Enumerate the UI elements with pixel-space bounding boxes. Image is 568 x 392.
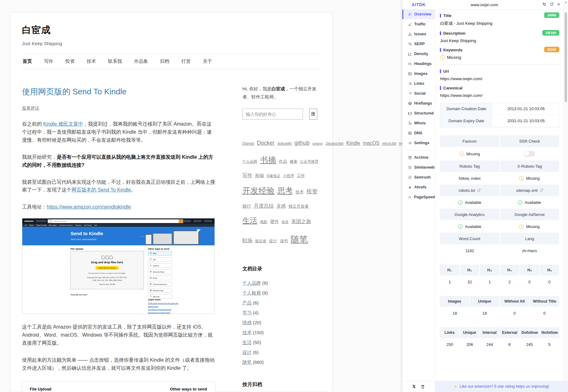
scroll-up-arrow[interactable]: ▲ (564, 1, 568, 4)
scrollbar-thumb[interactable] (565, 12, 567, 102)
extension-nav-item[interactable]: DNS (402, 128, 435, 138)
tag-link[interactable]: 印象笔记 (267, 174, 280, 178)
extension-nav-item[interactable]: Similarweb (402, 162, 435, 172)
blog-nav-item[interactable]: 联系我 (108, 58, 122, 64)
extension-nav-item[interactable]: Overview (402, 9, 435, 19)
blog-nav-item[interactable]: 打赏 (181, 58, 191, 64)
section-bar (440, 69, 441, 73)
toc-link[interactable]: 随笔 (242, 360, 252, 365)
tag-link[interactable]: 投资 (306, 188, 318, 195)
tag-link[interactable]: 电影 (260, 220, 267, 224)
toc-link[interactable]: 生活 (242, 340, 252, 345)
tool-url-link[interactable]: https://www.amazon.com/sendtokindle (47, 204, 131, 209)
extension-nav-item[interactable]: Issues (402, 29, 435, 39)
comment-link[interactable]: 发表评论 (22, 106, 39, 111)
tag-link[interactable]: golang (312, 142, 323, 145)
tag-link[interactable]: github (294, 140, 310, 146)
extension-nav-item[interactable]: SERP (402, 39, 435, 49)
tag-link[interactable]: 美国之旅 (291, 219, 311, 224)
extension-nav-item[interactable]: Archive (402, 153, 435, 162)
tag-link[interactable]: 读书 (280, 239, 288, 243)
search-input[interactable] (242, 109, 303, 120)
tag-link[interactable]: 月度总结 (254, 203, 274, 209)
tag-link[interactable]: Django (242, 141, 254, 146)
tag-link[interactable]: 职场 (242, 238, 252, 243)
close-icon[interactable]: × (557, 2, 560, 6)
tag-link[interactable]: micro:bit (382, 141, 396, 146)
extension-nav-item[interactable]: Whois (402, 118, 435, 128)
tag-link[interactable]: 个人品牌 (242, 159, 257, 164)
blog-nav-item[interactable]: 关于 (203, 58, 212, 64)
extension-nav-item[interactable]: Semrush (402, 172, 435, 182)
extension-nav-item[interactable]: Images (402, 69, 435, 79)
article-title[interactable]: 使用网页版的 Send To Kindle (22, 86, 215, 97)
extension-nav-item[interactable]: Links (402, 79, 435, 88)
ssr-toggle[interactable] (524, 151, 535, 157)
tag-link[interactable]: 思考 (277, 186, 293, 195)
canonical-value[interactable]: https://www.ixiqin.com/ (440, 93, 559, 98)
extension-nav-item[interactable]: Social (402, 88, 435, 98)
images-col-value: 0 (500, 308, 530, 319)
extension-nav-item[interactable]: Hreflangs (402, 98, 435, 108)
domain-dates-table: Domain Creation Date2013-01-21 10:03:05 … (440, 103, 559, 127)
tag-link[interactable]: Docker (257, 140, 275, 146)
tag-link[interactable]: 小程序 (283, 174, 294, 178)
blog-nav-item[interactable]: 归档 (160, 58, 169, 64)
blog-nav-item[interactable]: 首页 (23, 58, 32, 64)
extension-nav-item[interactable]: PageSpeed (402, 192, 435, 202)
tag-link[interactable]: 灵感 (276, 203, 286, 209)
toc-link[interactable]: 情感 (242, 320, 252, 325)
tag-link[interactable]: 技术 (296, 190, 304, 194)
toc-link[interactable]: 个人品牌 (242, 280, 261, 286)
tag-link[interactable]: 旅行 (242, 204, 251, 209)
description-value: Just Keep Shipping (440, 38, 559, 43)
kindle-refugee-link[interactable]: Kindle 难民文章中 (43, 121, 83, 127)
crop-icon[interactable] (542, 2, 546, 6)
blog-nav-item[interactable]: 写作 (44, 58, 53, 64)
extension-nav-item[interactable]: Headings (402, 59, 435, 69)
tag-link[interactable]: 工作 (297, 173, 305, 178)
tag-link[interactable]: 观后感 (255, 239, 266, 243)
toc-link[interactable]: 个人检视 (242, 290, 261, 295)
toc-link[interactable]: 产品 (242, 300, 252, 305)
tag-link[interactable]: 生活 (242, 216, 257, 225)
extension-nav-item[interactable]: { }Structured (402, 108, 435, 118)
tag-link[interactable]: 设计 (269, 239, 277, 243)
extension-nav-item[interactable]: Traffic (402, 19, 435, 29)
tag-link[interactable]: dokuwiki (277, 141, 292, 146)
refresh-icon[interactable] (550, 2, 554, 6)
tag-link[interactable]: 书摘 (260, 155, 276, 165)
url-value[interactable]: https://www.ixiqin.com/ (440, 76, 559, 81)
tag-link[interactable]: 开发经验 (242, 186, 275, 195)
tag-link[interactable]: 前端 (255, 173, 264, 178)
extension-scrollbar[interactable]: ▲ ▼ (563, 0, 568, 392)
search-button[interactable]: 搜 (309, 109, 317, 120)
tag-link[interactable]: 硬件 (270, 219, 279, 224)
tag-link[interactable]: 健康 (290, 159, 297, 164)
tag-link[interactable]: 作品 (279, 159, 287, 164)
extension-nav-item[interactable]: Density (402, 49, 435, 59)
tag-link[interactable]: Kindle (346, 140, 360, 146)
web-send-to-kindle-link[interactable]: 网页版本的 Send To Kindle (72, 187, 131, 192)
blog-nav-item[interactable]: 技术 (87, 58, 96, 64)
toc-link[interactable]: 技术 (242, 330, 252, 335)
tag-link[interactable]: 随笔 (291, 235, 308, 244)
domain-creation-value: 2013-01-21 10:03:05 (493, 103, 559, 115)
trash-icon[interactable] (421, 385, 425, 389)
tag-link[interactable]: 独立开发者 (288, 204, 309, 209)
extension-nav-item[interactable]: aAhrefs (402, 182, 435, 192)
blog-nav-item[interactable]: 作品集 (134, 58, 148, 64)
extension-nav-item[interactable]: Settings (402, 138, 435, 148)
tag-link[interactable]: macOS (363, 140, 379, 146)
rating-prompt[interactable]: Like our extension? 5 star rating helps … (460, 384, 549, 389)
x-twitter-icon[interactable]: X (412, 384, 416, 389)
tag-link[interactable]: Javascript (325, 141, 344, 146)
tag-link[interactable]: 租房 (282, 220, 288, 224)
toc-link[interactable]: 设计 (242, 350, 252, 355)
tag-link[interactable]: 公众号推荐 (300, 159, 319, 164)
links-col-value: 5 (540, 339, 559, 350)
heading-level-label: H₁ (440, 265, 459, 276)
blog-nav-item[interactable]: 投资 (65, 58, 75, 64)
tag-link[interactable]: 写作 (242, 173, 252, 178)
toc-link[interactable]: 学习 (242, 310, 252, 315)
